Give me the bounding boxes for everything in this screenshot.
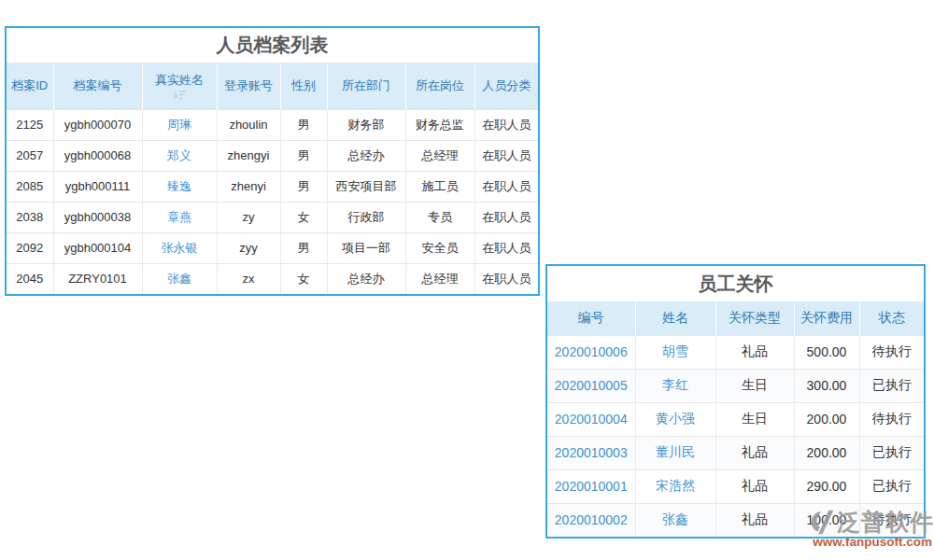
cell-link[interactable]: 胡雪 [662, 343, 688, 358]
table-row: 2020010003董川民礼品200.00已执行 [547, 436, 924, 469]
table-row: 2085ygbh000111臻逸zhenyi男西安项目部施工员在职人员 [7, 171, 538, 202]
cell-link[interactable]: 2020010006 [555, 344, 628, 359]
cell: 200.00 [794, 402, 859, 436]
cell: 男 [280, 171, 327, 202]
cell: 总经理 [405, 263, 474, 294]
column-header-label: 姓名 [662, 310, 688, 325]
column-header: 档案编号 [53, 63, 142, 109]
cell: 行政部 [327, 202, 405, 232]
employee-care-title: 员工关怀 [547, 266, 924, 302]
column-header-label: 状态 [879, 310, 905, 325]
column-header-label: 关怀类型 [729, 310, 781, 325]
cell-link[interactable]: 2020010003 [555, 445, 628, 460]
cell: 财务部 [327, 109, 405, 140]
cell: 周琳 [142, 109, 217, 140]
cell: 李红 [635, 369, 715, 402]
column-header-label: 真实姓名 [155, 73, 204, 87]
cell-link[interactable]: 李红 [662, 377, 688, 392]
cell-link[interactable]: 2020010002 [555, 512, 628, 527]
table-row: 2020010001宋浩然礼品290.00已执行 [547, 469, 924, 503]
cell: ygbh000068 [53, 140, 142, 171]
personnel-archive-table: 档案ID档案编号真实姓名登录账号性别所在部门所在岗位人员分类 2125ygbh0… [7, 63, 538, 294]
cell: 礼品 [715, 469, 794, 503]
column-header: 编号 [547, 302, 635, 335]
cell: 2085 [7, 171, 53, 202]
employee-care-panel: 员工关怀 编号姓名关怀类型关怀费用状态 2020010006胡雪礼品500.00… [545, 264, 926, 539]
cell-link[interactable]: 董川民 [656, 444, 695, 459]
cell: 张永银 [142, 232, 217, 263]
header-row: 档案ID档案编号真实姓名登录账号性别所在部门所在岗位人员分类 [7, 63, 538, 109]
cell: 在职人员 [474, 109, 538, 140]
cell: 已执行 [859, 469, 924, 503]
column-header[interactable]: 真实姓名 [142, 63, 217, 109]
column-header: 姓名 [635, 302, 715, 335]
cell: 礼品 [715, 503, 794, 537]
column-header: 档案ID [7, 63, 53, 109]
cell-link[interactable]: 张鑫 [662, 511, 688, 526]
cell: 在职人员 [474, 263, 538, 294]
cell-link[interactable]: 2020010005 [555, 378, 628, 393]
cell: 300.00 [794, 369, 859, 402]
table-row: 2038ygbh000038章燕zy女行政部专员在职人员 [7, 202, 538, 232]
cell: 生日 [715, 402, 794, 436]
cell: 总经理 [405, 140, 474, 171]
cell: 2038 [7, 202, 53, 232]
cell: 2045 [7, 263, 53, 294]
cell: ygbh000111 [53, 171, 142, 202]
column-header: 性别 [280, 63, 327, 109]
cell: 2057 [7, 140, 53, 171]
cell: 礼品 [715, 436, 794, 469]
column-header-label: 所在部门 [342, 78, 390, 92]
column-header: 登录账号 [217, 63, 280, 109]
cell-link[interactable]: 郑义 [167, 148, 191, 162]
cell: 待执行 [859, 335, 924, 369]
cell: 在职人员 [474, 140, 538, 171]
column-header: 所在部门 [327, 63, 405, 109]
column-header: 关怀费用 [794, 302, 859, 335]
cell: 在职人员 [474, 232, 538, 263]
cell: 总经办 [327, 263, 405, 294]
cell: 待执行 [859, 402, 924, 436]
cell: zhengyi [217, 140, 280, 171]
cell-link[interactable]: 周琳 [167, 118, 191, 132]
cell-link[interactable]: 张鑫 [167, 272, 191, 286]
cell: 100.00 [794, 503, 859, 537]
table-row: 2125ygbh000070周琳zhoulin男财务部财务总监在职人员 [7, 109, 538, 140]
cell-link[interactable]: 张永银 [162, 241, 198, 255]
cell: zy [217, 202, 280, 232]
column-header: 状态 [859, 302, 924, 335]
cell: 290.00 [794, 469, 859, 503]
cell-link[interactable]: 2020010001 [555, 479, 628, 494]
column-header: 人员分类 [474, 63, 538, 109]
cell: 女 [280, 263, 327, 294]
cell-link[interactable]: 章燕 [167, 210, 191, 224]
column-header-label: 档案ID [11, 78, 48, 92]
cell-link[interactable]: 黄小强 [656, 411, 695, 426]
cell: 胡雪 [635, 335, 715, 369]
cell: 张鑫 [635, 503, 715, 537]
cell: 2125 [7, 109, 53, 140]
cell: 男 [280, 140, 327, 171]
cell-link[interactable]: 臻逸 [167, 179, 191, 193]
employee-care-table: 编号姓名关怀类型关怀费用状态 2020010006胡雪礼品500.00待执行20… [547, 302, 924, 537]
cell: 在职人员 [474, 202, 538, 232]
cell: 西安项目部 [327, 171, 405, 202]
cell: 女 [280, 202, 327, 232]
cell: 施工员 [405, 171, 474, 202]
cell: zyy [217, 232, 280, 263]
cell: 2020010001 [547, 469, 635, 503]
cell: 待执行 [859, 503, 924, 537]
table-row: 2020010002张鑫礼品100.00待执行 [547, 503, 924, 537]
cell: 宋浩然 [635, 469, 715, 503]
column-header-label: 档案编号 [74, 78, 122, 92]
personnel-archive-title: 人员档案列表 [7, 28, 538, 63]
cell: 张鑫 [142, 263, 217, 294]
cell: 生日 [715, 369, 794, 402]
cell-link[interactable]: 2020010004 [555, 412, 628, 427]
cell: 臻逸 [142, 171, 217, 202]
cell: 财务总监 [405, 109, 474, 140]
cell: 500.00 [794, 335, 859, 369]
sort-icon[interactable] [145, 90, 215, 100]
cell-link[interactable]: 宋浩然 [656, 478, 695, 493]
column-header-label: 编号 [578, 310, 604, 325]
